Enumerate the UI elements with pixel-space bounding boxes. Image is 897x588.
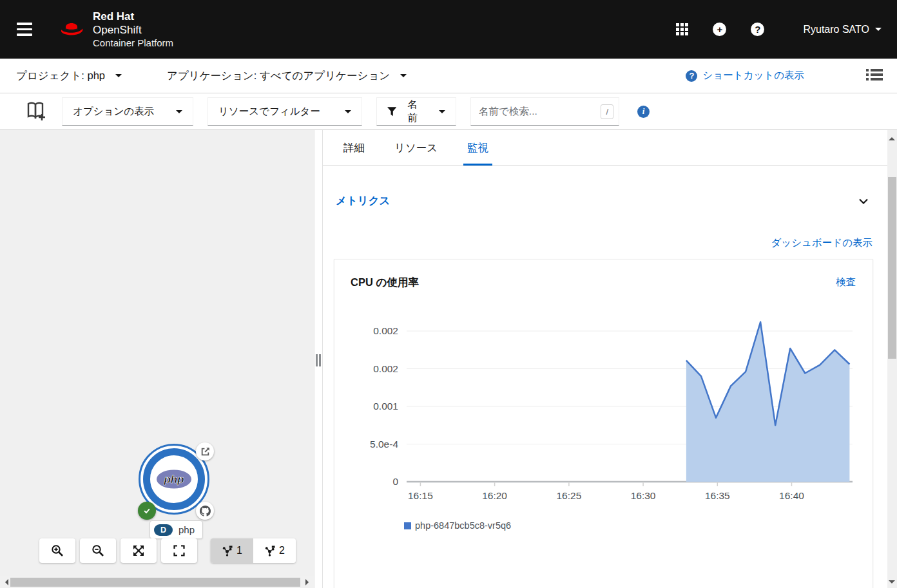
collapse-section-button[interactable] [859, 196, 868, 206]
svg-text:5.0e-4: 5.0e-4 [370, 439, 398, 450]
project-dropdown[interactable]: プロジェクト: php [16, 69, 122, 83]
brand-line3: Container Platform [93, 37, 173, 49]
cpu-usage-card: CPU の使用率 検査 16:1516:2016:2516:3016:3516:… [334, 259, 873, 588]
caret-down-icon [400, 74, 407, 81]
view-dashboard-link[interactable]: ダッシュボードの表示 [771, 236, 873, 250]
reset-view-button[interactable] [161, 538, 197, 563]
vertical-scrollbar[interactable] [887, 130, 897, 588]
name-filter-dropdown[interactable]: 名前 [376, 97, 456, 126]
topology-controls: 1 2 [39, 538, 296, 563]
user-menu[interactable]: Ryutaro SATO [803, 24, 882, 35]
brand-line1: Red Hat [93, 10, 173, 23]
cpu-usage-chart: 16:1516:2016:2516:3016:3516:4005.0e-40.0… [345, 309, 863, 504]
check-circle-icon [142, 506, 152, 516]
context-bar: プロジェクト: php アプリケーション: すべてのアプリケーション ? ショー… [0, 59, 897, 93]
node-name: php [178, 524, 195, 535]
topology-view-icon [222, 545, 233, 556]
topology-level-2-button[interactable]: 2 [253, 538, 296, 563]
chart-title: CPU の使用率 [351, 276, 419, 290]
svg-text:16:40: 16:40 [779, 490, 804, 501]
legend-swatch [404, 522, 411, 529]
zoom-out-icon [92, 544, 104, 557]
build-status-decorator[interactable] [138, 502, 156, 520]
redhat-logo [57, 19, 86, 41]
caret-down-icon [345, 110, 351, 117]
topology-side-panel: 詳細 リソース 監視 メトリクス ダッシュボードの表示 CPU の使用率 検査 [323, 130, 887, 588]
tab-observe[interactable]: 監視 [463, 130, 492, 166]
panel-resizer[interactable] [314, 130, 323, 588]
openshift-console: Red Hat OpenShift Container Platform + ?… [0, 0, 897, 588]
topology-node-php[interactable]: php [139, 444, 209, 515]
plus-circle-icon: + [713, 23, 726, 36]
filter-by-resource-dropdown[interactable]: リソースでフィルター [207, 97, 362, 126]
github-icon [200, 506, 211, 517]
brand-line2: OpenShift [93, 23, 173, 37]
list-view-icon [866, 68, 883, 81]
info-circle-icon: i [637, 106, 650, 118]
inspect-link[interactable]: 検査 [836, 276, 856, 289]
add-button[interactable]: + [713, 23, 726, 36]
chevron-down-icon [859, 198, 868, 204]
svg-text:16:35: 16:35 [705, 490, 730, 501]
caret-down-icon [176, 110, 182, 117]
masthead: Red Hat OpenShift Container Platform + ?… [0, 0, 897, 59]
horizontal-scrollbar[interactable] [0, 576, 314, 588]
expand-icon [132, 544, 145, 557]
brand: Red Hat OpenShift Container Platform [57, 10, 173, 49]
topology-level-1-button[interactable]: 1 [211, 538, 253, 563]
php-logo: php [156, 469, 192, 489]
metrics-section-header: メトリクス [323, 166, 887, 208]
scroll-right-arrow[interactable] [305, 579, 312, 585]
deployment-badge: D [154, 524, 173, 536]
svg-text:16:25: 16:25 [557, 490, 582, 501]
svg-text:0: 0 [392, 476, 398, 487]
fit-to-screen-button[interactable] [121, 538, 157, 563]
search-box: / [470, 97, 619, 126]
svg-text:16:30: 16:30 [631, 490, 656, 501]
topology-canvas[interactable]: php [0, 130, 314, 588]
resize-handle[interactable] [316, 354, 321, 366]
view-shortcuts-link[interactable]: ? ショートカットの表示 [686, 69, 804, 82]
help-button[interactable]: ? [751, 23, 764, 36]
tab-resources[interactable]: リソース [391, 130, 441, 166]
question-circle-icon: ? [686, 70, 697, 82]
caret-down-icon [439, 110, 445, 117]
info-button[interactable]: i [637, 106, 650, 118]
search-shortcut-badge: / [601, 104, 613, 119]
application-dropdown[interactable]: アプリケーション: すべてのアプリケーション [167, 69, 407, 83]
side-panel-tabs: 詳細 リソース 監視 [323, 130, 887, 166]
zoom-out-button[interactable] [80, 538, 116, 563]
search-input[interactable] [479, 106, 601, 117]
help-circle-icon: ? [751, 23, 764, 36]
metrics-title: メトリクス [336, 194, 390, 208]
zoom-in-button[interactable] [39, 538, 75, 563]
svg-text:0.002: 0.002 [373, 363, 398, 374]
horizontal-scrollbar-thumb[interactable] [10, 578, 300, 587]
topology-view-icon [264, 545, 275, 556]
legend-label: php-6847bcb5c8-vr5q6 [415, 520, 511, 531]
caret-down-icon [875, 28, 882, 34]
scroll-up-arrow[interactable] [889, 134, 895, 140]
topology-toolbar: オプションの表示 リソースでフィルター 名前 / i [0, 93, 897, 130]
external-link-icon [200, 447, 210, 457]
list-view-toggle[interactable] [866, 68, 883, 83]
node-label-php[interactable]: D php [150, 520, 203, 539]
app-launcher-button[interactable] [676, 23, 688, 35]
tab-details[interactable]: 詳細 [340, 130, 369, 166]
vertical-scrollbar-thumb[interactable] [888, 177, 896, 359]
svg-text:0.002: 0.002 [373, 325, 398, 336]
svg-text:0.001: 0.001 [373, 401, 398, 412]
zoom-in-icon [51, 544, 64, 557]
display-options-dropdown[interactable]: オプションの表示 [62, 97, 193, 126]
nav-menu-button[interactable] [8, 14, 41, 45]
scroll-left-arrow[interactable] [2, 579, 8, 585]
scroll-down-arrow[interactable] [889, 580, 895, 587]
user-name: Ryutaro SATO [803, 24, 869, 35]
open-url-decorator[interactable] [196, 442, 214, 460]
fit-to-screen-icon [173, 544, 186, 557]
caret-down-icon [115, 74, 122, 81]
source-code-decorator[interactable] [196, 502, 214, 520]
svg-text:16:20: 16:20 [482, 490, 507, 501]
svg-text:16:15: 16:15 [408, 490, 433, 501]
quick-search-button[interactable] [26, 102, 48, 121]
